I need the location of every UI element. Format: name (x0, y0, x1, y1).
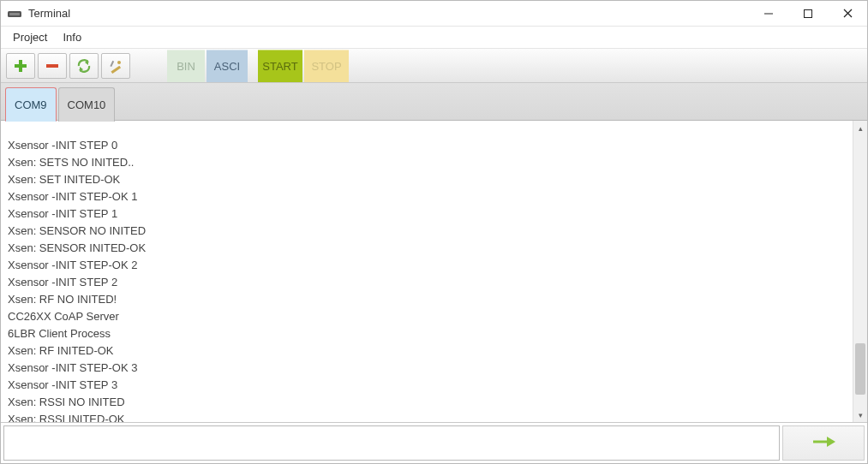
app-icon (8, 9, 21, 19)
svg-rect-1 (9, 13, 20, 15)
close-button[interactable] (828, 1, 867, 26)
svg-rect-13 (110, 60, 114, 66)
svg-rect-8 (46, 64, 58, 68)
start-button[interactable]: START (258, 50, 302, 82)
log-line: Xsen: SET INITED-OK (8, 171, 846, 188)
scroll-thumb[interactable] (855, 343, 865, 395)
window-controls (749, 1, 867, 26)
app-window: Terminal Project Info (0, 0, 868, 464)
scroll-up-icon[interactable]: ▴ (853, 121, 867, 135)
scroll-down-icon[interactable]: ▾ (853, 407, 867, 422)
log-line: Xsen: SENSOR INITED-OK (8, 240, 846, 257)
log-wrap: Xsensor -INIT STEP 0 Xsen: SETS NO INITE… (1, 121, 867, 422)
log-output[interactable]: Xsensor -INIT STEP 0 Xsen: SETS NO INITE… (1, 121, 853, 422)
add-button[interactable] (6, 53, 35, 79)
svg-rect-3 (805, 9, 812, 17)
command-input[interactable] (3, 425, 780, 461)
log-line: Xsen: RSSI INITED-OK (8, 411, 846, 422)
log-line: Xsen: SETS NO INITED.. (8, 154, 846, 171)
tab-label: COM10 (68, 98, 106, 111)
scrollbar[interactable]: ▴ ▾ (853, 121, 867, 422)
menubar: Project Info (1, 27, 867, 49)
refresh-button[interactable] (69, 53, 99, 79)
mode-bin-button[interactable]: BIN (167, 50, 205, 82)
log-line: Xsensor -INIT STEP 0 (8, 137, 846, 154)
log-line: Xsen: RSSI NO INITED (8, 394, 846, 411)
log-truncated-line (8, 121, 846, 137)
toolbar: BIN ASCI START STOP (1, 49, 867, 83)
minimize-button[interactable] (749, 1, 788, 26)
settings-button[interactable] (101, 53, 130, 79)
log-line: Xsensor -INIT STEP-OK 2 (8, 257, 846, 274)
log-line: Xsensor -INIT STEP 1 (8, 205, 846, 223)
tabstrip: COM9 COM10 (1, 83, 867, 121)
log-line: Xsensor -INIT STEP-OK 3 (8, 360, 846, 377)
log-line: Xsensor -INIT STEP 3 (8, 377, 846, 394)
arrow-right-icon (811, 435, 835, 451)
log-line: Xsen: SENSOR NO INITED (8, 223, 846, 240)
svg-marker-15 (827, 437, 835, 447)
send-button[interactable] (782, 425, 865, 461)
menu-info[interactable]: Info (63, 31, 81, 44)
svg-rect-11 (111, 65, 122, 73)
stop-button[interactable]: STOP (304, 50, 349, 82)
window-title: Terminal (28, 7, 749, 20)
log-line: CC26XX CoAP Server (8, 308, 846, 325)
tab-label: COM9 (15, 98, 47, 111)
svg-rect-7 (15, 64, 27, 68)
mode-asci-button[interactable]: ASCI (207, 50, 248, 82)
log-line: Xsensor -INIT STEP-OK 1 (8, 188, 846, 205)
log-line: Xsen: RF NO INITED! (8, 291, 846, 308)
log-line: Xsen: RF INITED-OK (8, 342, 846, 360)
log-line: 6LBR Client Process (8, 325, 846, 342)
titlebar: Terminal (1, 1, 867, 27)
bottom-bar (1, 422, 867, 463)
log-line: Xsensor -INIT STEP 2 (8, 274, 846, 291)
tab-com10[interactable]: COM10 (58, 87, 116, 122)
tab-com9[interactable]: COM9 (5, 87, 57, 122)
remove-button[interactable] (38, 53, 67, 79)
svg-point-12 (117, 61, 121, 64)
menu-project[interactable]: Project (13, 31, 47, 44)
maximize-button[interactable] (788, 1, 828, 26)
